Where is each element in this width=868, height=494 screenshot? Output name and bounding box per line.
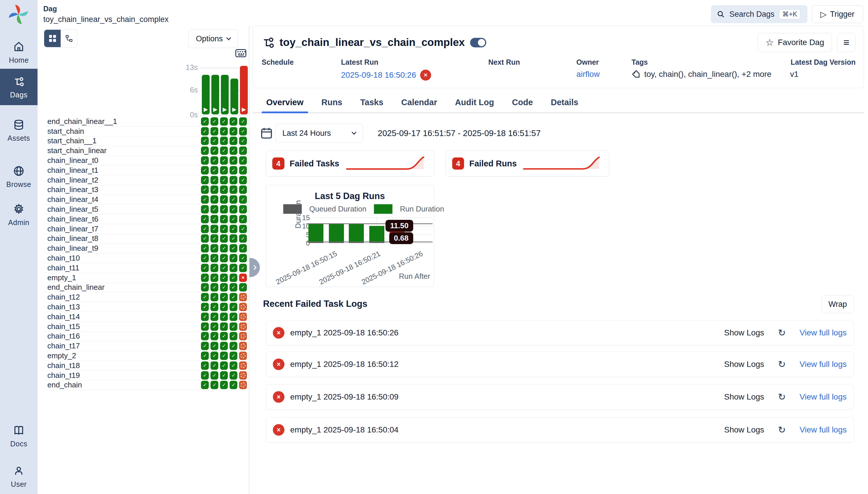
task-instance-success[interactable]: ✓	[211, 127, 218, 135]
task-instance-success[interactable]: ✓	[239, 137, 247, 145]
grid-view-button[interactable]	[44, 30, 61, 47]
failed-run-badge[interactable]: ×	[420, 70, 431, 81]
run-duration-bar[interactable]	[369, 226, 384, 243]
task-instance-success[interactable]: ✓	[211, 244, 218, 252]
task-row[interactable]: chain_linear_t1✓✓✓✓✓	[43, 166, 249, 175]
task-instance-success[interactable]: ✓	[201, 342, 209, 350]
task-name[interactable]: chain_t15	[43, 322, 201, 331]
task-row[interactable]: chain_t18✓✓✓✓↑	[43, 361, 249, 370]
task-instance-success[interactable]: ✓	[201, 166, 209, 174]
refresh-icon[interactable]: ↻	[778, 424, 786, 435]
task-instance-success[interactable]: ✓	[239, 283, 247, 291]
tab-overview[interactable]: Overview	[265, 95, 304, 112]
task-instance-success[interactable]: ✓	[230, 127, 237, 135]
refresh-icon[interactable]: ↻	[778, 359, 786, 370]
task-row[interactable]: end_chain_linear__1✓✓✓✓✓	[43, 117, 249, 127]
tab-code[interactable]: Code	[511, 95, 534, 112]
trigger-button[interactable]: ▷ Trigger	[812, 5, 863, 23]
task-name[interactable]: chain_linear_t3	[43, 185, 201, 194]
task-instance-success[interactable]: ✓	[201, 244, 209, 252]
task-instance-success[interactable]: ✓	[239, 254, 247, 262]
task-instance-success[interactable]: ✓	[220, 117, 228, 126]
task-instance-success[interactable]: ✓	[239, 264, 247, 272]
view-full-logs-link[interactable]: View full logs	[800, 360, 847, 369]
view-full-logs-link[interactable]: View full logs	[800, 328, 847, 338]
task-instance-success[interactable]: ✓	[230, 147, 237, 155]
task-name[interactable]: chain_linear_t5	[43, 205, 201, 214]
tab-runs[interactable]: Runs	[321, 95, 343, 112]
task-row[interactable]: start_chain__1✓✓✓✓✓	[43, 136, 249, 146]
wrap-button[interactable]: Wrap	[822, 295, 854, 313]
show-logs-button[interactable]: Show Logs	[724, 360, 764, 369]
task-instance-success[interactable]: ✓	[239, 234, 247, 243]
task-name[interactable]: start_chain_linear	[43, 146, 201, 155]
options-dropdown[interactable]: Options	[188, 30, 238, 48]
sidebar-item-browse[interactable]: Browse	[0, 161, 38, 193]
task-instance-success[interactable]: ✓	[201, 312, 209, 321]
task-name[interactable]: end_chain_linear	[43, 283, 201, 292]
task-name[interactable]: chain_linear_t8	[43, 234, 201, 243]
task-instance-success[interactable]: ✓	[230, 137, 237, 145]
task-instance-upstream_failed[interactable]: ↑	[239, 332, 247, 340]
task-instance-success[interactable]: ✓	[220, 303, 228, 311]
task-instance-success[interactable]: ✓	[220, 322, 228, 331]
sidebar-item-home[interactable]: Home	[0, 37, 38, 69]
task-instance-success[interactable]: ✓	[220, 312, 228, 321]
task-instance-success[interactable]: ✓	[201, 273, 209, 282]
tab-details[interactable]: Details	[550, 95, 579, 112]
task-instance-success[interactable]: ✓	[220, 156, 228, 165]
task-instance-success[interactable]: ✓	[201, 264, 209, 272]
task-name[interactable]: chain_linear_t7	[43, 225, 201, 233]
failed-tasks-card[interactable]: 4 Failed Tasks	[265, 151, 434, 176]
task-instance-success[interactable]: ✓	[211, 254, 218, 262]
task-instance-success[interactable]: ✓	[230, 205, 237, 213]
task-instance-success[interactable]: ✓	[239, 127, 247, 135]
task-instance-success[interactable]: ✓	[230, 215, 237, 223]
favorite-dag-button[interactable]: ☆ Favorite Dag	[758, 33, 832, 52]
sidebar-item-admin[interactable]: Admin	[0, 200, 38, 231]
dag-run-bar-failed[interactable]: ▶	[240, 66, 248, 114]
sidebar-item-user[interactable]: User	[0, 461, 38, 493]
task-instance-success[interactable]: ✓	[239, 205, 247, 213]
task-instance-success[interactable]: ✓	[201, 205, 209, 213]
task-name[interactable]: chain_linear_t4	[43, 195, 201, 204]
sidebar-item-dags[interactable]: Dags	[0, 69, 38, 105]
task-instance-success[interactable]: ✓	[211, 205, 218, 213]
task-row[interactable]: end_chain_linear✓✓✓✓✓	[43, 283, 249, 293]
task-name[interactable]: chain_linear_t0	[43, 156, 201, 165]
task-instance-success[interactable]: ✓	[201, 117, 209, 126]
task-row[interactable]: empty_2✓✓✓✓↑	[43, 351, 249, 361]
task-row[interactable]: start_chain✓✓✓✓✓	[43, 127, 249, 136]
task-instance-upstream_failed[interactable]: ↑	[239, 293, 247, 301]
task-row[interactable]: chain_linear_t5✓✓✓✓✓	[43, 205, 249, 214]
task-row[interactable]: chain_linear_t6✓✓✓✓✓	[43, 214, 249, 224]
task-row[interactable]: chain_linear_t0✓✓✓✓✓	[43, 156, 249, 166]
task-instance-success[interactable]: ✓	[220, 147, 228, 155]
task-instance-upstream_failed[interactable]: ↑	[239, 361, 247, 370]
task-instance-success[interactable]: ✓	[220, 352, 228, 360]
task-instance-success[interactable]: ✓	[201, 303, 209, 311]
dag-run-bar-success[interactable]: ▶	[231, 79, 238, 114]
task-instance-success[interactable]: ✓	[239, 176, 247, 184]
task-name[interactable]: chain_t18	[43, 361, 201, 370]
task-row[interactable]: chain_t16✓✓✓✓↑	[43, 331, 249, 341]
view-full-logs-link[interactable]: View full logs	[800, 392, 847, 402]
task-instance-success[interactable]: ✓	[230, 371, 237, 380]
task-instance-success[interactable]: ✓	[220, 225, 228, 233]
task-instance-success[interactable]: ✓	[220, 176, 228, 184]
task-instance-success[interactable]: ✓	[230, 186, 237, 194]
task-instance-upstream_failed[interactable]: ↑	[239, 312, 247, 321]
task-instance-success[interactable]: ✓	[211, 156, 218, 165]
task-instance-success[interactable]: ✓	[220, 195, 228, 204]
task-instance-success[interactable]: ✓	[230, 166, 237, 174]
task-instance-success[interactable]: ✓	[220, 283, 228, 291]
keyboard-shortcuts-icon[interactable]	[235, 49, 246, 57]
panel-collapse-handle[interactable]	[250, 258, 260, 277]
task-instance-success[interactable]: ✓	[220, 371, 228, 380]
task-instance-success[interactable]: ✓	[201, 254, 209, 262]
task-instance-success[interactable]: ✓	[211, 147, 218, 155]
task-instance-success[interactable]: ✓	[201, 322, 209, 331]
run-duration-bar[interactable]	[349, 224, 364, 243]
task-instance-success[interactable]: ✓	[230, 342, 237, 350]
task-name[interactable]: chain_linear_t9	[43, 244, 201, 253]
